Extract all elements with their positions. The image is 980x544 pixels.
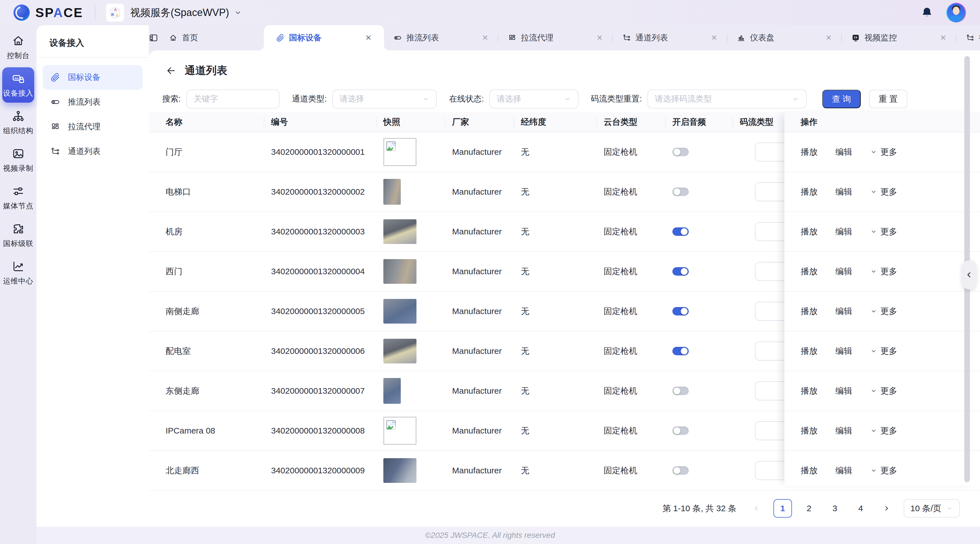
edit-link[interactable]: 编辑 <box>835 226 852 238</box>
filter-select-2[interactable]: 请选择 <box>490 89 578 108</box>
snapshot-thumbnail[interactable] <box>383 219 417 244</box>
edit-link[interactable]: 编辑 <box>835 425 852 436</box>
filter-select-1[interactable]: 请选择 <box>332 89 437 108</box>
more-dropdown[interactable]: 更多 <box>870 306 897 317</box>
query-button[interactable]: 查 询 <box>822 90 861 108</box>
play-link[interactable]: 播放 <box>801 306 818 317</box>
next-page-button[interactable] <box>878 500 895 517</box>
tab-首页[interactable]: 首页 <box>158 25 264 51</box>
page-size-select[interactable]: 10 条/页 <box>904 499 960 518</box>
brand-logo-icon <box>13 5 30 21</box>
more-dropdown[interactable]: 更多 <box>870 226 897 238</box>
audio-toggle[interactable] <box>672 347 689 355</box>
audio-toggle[interactable] <box>672 427 689 435</box>
page-button-4[interactable]: 4 <box>852 500 869 517</box>
rail-item-国标级联[interactable]: 国标级联 <box>2 217 34 253</box>
page-button-2[interactable]: 2 <box>800 500 818 517</box>
play-link[interactable]: 播放 <box>801 385 818 397</box>
audio-toggle[interactable] <box>672 267 689 276</box>
notification-bell-icon[interactable] <box>921 6 934 19</box>
snapshot-thumbnail[interactable] <box>383 339 417 363</box>
audio-toggle[interactable] <box>672 187 689 196</box>
snapshot-broken-image[interactable] <box>383 417 417 445</box>
snapshot-thumbnail[interactable] <box>383 179 401 205</box>
close-icon[interactable]: ✕ <box>360 33 372 42</box>
play-link[interactable]: 播放 <box>801 266 818 278</box>
panel-collapse-handle[interactable] <box>962 260 976 289</box>
rail-item-控制台[interactable]: 控制台 <box>2 30 34 65</box>
audio-toggle[interactable] <box>672 227 689 236</box>
more-label: 更多 <box>880 465 897 476</box>
reset-button[interactable]: 重 置 <box>869 90 907 108</box>
rail-item-设备接入[interactable]: 设备接入 <box>2 67 34 103</box>
tab-仪表盘[interactable]: 仪表盘✕ <box>727 25 842 51</box>
page-button-3[interactable]: 3 <box>826 500 843 517</box>
play-link[interactable]: 播放 <box>801 146 818 158</box>
search-input[interactable]: 关键字 <box>186 89 280 108</box>
close-icon[interactable]: ✕ <box>934 33 946 42</box>
channel-code: 34020000001320000002 <box>264 187 376 197</box>
snapshot-thumbnail[interactable] <box>383 259 417 284</box>
rail-item-运维中心[interactable]: 运维中心 <box>2 255 34 290</box>
row-actions: 播放编辑更多 <box>784 212 980 252</box>
edit-link[interactable]: 编辑 <box>835 266 852 278</box>
rail-item-视频录制[interactable]: 视频录制 <box>2 143 34 178</box>
edit-link[interactable]: 编辑 <box>835 465 852 476</box>
channel-code: 34020000001320000006 <box>264 346 376 356</box>
rail-item-组织结构[interactable]: 组织结构 <box>2 105 34 140</box>
snapshot-thumbnail[interactable] <box>383 378 401 404</box>
tab-通道列表[interactable]: 通道列表✕ <box>613 25 727 51</box>
page-button-1[interactable]: 1 <box>773 499 792 518</box>
close-icon[interactable]: ✕ <box>476 33 488 42</box>
sidebar-item-通道列表[interactable]: 通道列表 <box>43 139 143 164</box>
app-title[interactable]: 视频服务(SpaceWVP) <box>130 6 229 20</box>
tab-list-button[interactable] <box>149 25 158 51</box>
play-link[interactable]: 播放 <box>801 346 818 357</box>
filter-select-3[interactable]: 请选择码流类型 <box>648 89 807 108</box>
more-dropdown[interactable]: 更多 <box>870 146 897 158</box>
tab-视频监控[interactable]: 视频监控✕ <box>842 25 956 51</box>
close-icon[interactable]: ✕ <box>705 33 718 42</box>
edit-link[interactable]: 编辑 <box>835 186 852 198</box>
more-dropdown[interactable]: 更多 <box>870 186 897 198</box>
snapshot-broken-image[interactable] <box>383 138 417 166</box>
more-dropdown[interactable]: 更多 <box>870 425 897 436</box>
tab-推流列表[interactable]: 推流列表✕ <box>384 25 498 51</box>
rail-item-媒体节点[interactable]: 媒体节点 <box>2 180 34 215</box>
tab-国标设备[interactable]: 国标设备✕ <box>264 25 384 51</box>
sidebar-item-推流列表[interactable]: 推流列表 <box>43 90 143 114</box>
more-dropdown[interactable]: 更多 <box>870 346 897 357</box>
edit-link[interactable]: 编辑 <box>835 146 852 158</box>
snapshot-thumbnail[interactable] <box>383 299 417 324</box>
chevron-down-icon[interactable] <box>234 9 242 17</box>
more-dropdown[interactable]: 更多 <box>870 266 897 278</box>
play-link[interactable]: 播放 <box>801 186 818 198</box>
play-link[interactable]: 播放 <box>801 226 818 238</box>
audio-toggle[interactable] <box>672 148 689 156</box>
more-dropdown[interactable]: 更多 <box>870 465 897 476</box>
filter-group-2: 在线状态:请选择 <box>449 89 578 108</box>
back-arrow-icon[interactable] <box>165 65 176 76</box>
play-link[interactable]: 播放 <box>801 465 818 476</box>
prev-page-button[interactable] <box>748 500 765 517</box>
play-link[interactable]: 播放 <box>801 425 818 436</box>
audio-toggle[interactable] <box>672 466 689 475</box>
rail-item-label: 组织结构 <box>3 126 33 136</box>
sidebar-item-国标设备[interactable]: 国标设备 <box>43 65 143 90</box>
edit-link[interactable]: 编辑 <box>835 306 852 317</box>
audio-toggle[interactable] <box>672 307 689 316</box>
channel-name: 东侧走廊 <box>165 385 264 397</box>
close-icon[interactable]: ✕ <box>591 33 603 42</box>
more-dropdown[interactable]: 更多 <box>870 385 897 397</box>
close-icon[interactable]: ✕ <box>820 33 832 42</box>
edit-link[interactable]: 编辑 <box>835 385 852 397</box>
tab-拉流代理[interactable]: 拉流代理✕ <box>498 25 612 51</box>
sidebar-item-拉流代理[interactable]: 拉流代理 <box>43 114 143 139</box>
tab-行政区划[interactable]: 行政区划✕ <box>956 25 980 51</box>
user-avatar[interactable] <box>946 3 966 22</box>
edit-link[interactable]: 编辑 <box>835 346 852 357</box>
audio-toggle[interactable] <box>672 387 689 395</box>
snapshot-thumbnail[interactable] <box>383 458 417 483</box>
channel-list-icon <box>51 147 60 156</box>
snapshot-cell <box>376 179 445 205</box>
